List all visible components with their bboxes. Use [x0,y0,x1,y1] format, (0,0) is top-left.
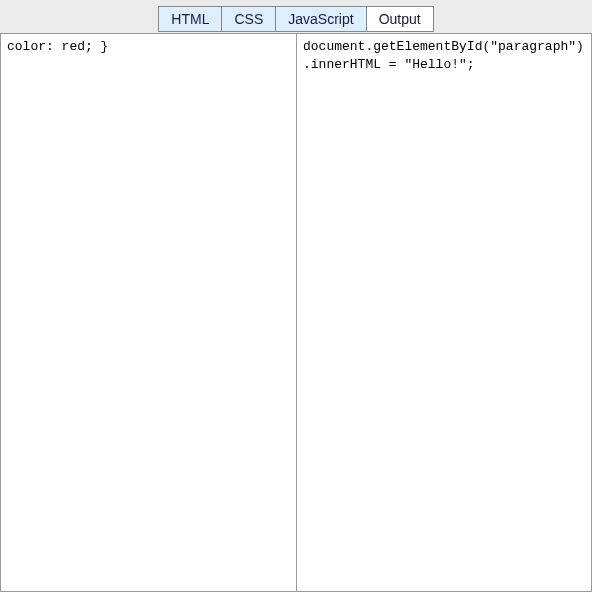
tab-html[interactable]: HTML [158,6,222,32]
javascript-editor-pane[interactable]: document.getElementById("paragraph").inn… [296,33,592,592]
tab-css[interactable]: CSS [221,6,276,32]
toolbar: HTML CSS JavaScript Output [0,0,592,33]
editor-panes: color: red; } document.getElementById("p… [0,33,592,592]
tab-javascript[interactable]: JavaScript [275,6,366,32]
tab-group: HTML CSS JavaScript Output [158,6,433,32]
css-editor-pane[interactable]: color: red; } [0,33,296,592]
tab-output[interactable]: Output [366,6,434,32]
